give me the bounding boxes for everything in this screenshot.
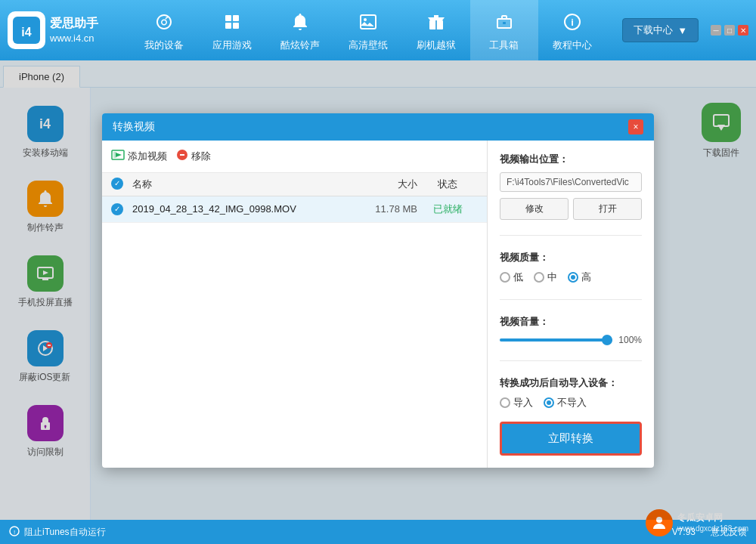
svg-text:i: i — [571, 17, 574, 28]
volume-section: 视频音量： 100% — [500, 315, 642, 345]
volume-slider-thumb[interactable] — [602, 335, 612, 345]
table-header: ✓ 名称 大小 状态 — [102, 173, 487, 196]
row-filesize: 11.78 MB — [349, 203, 417, 215]
modify-path-button[interactable]: 修改 — [500, 198, 569, 220]
open-path-button[interactable]: 打开 — [573, 198, 642, 220]
header-check: ✓ — [111, 178, 123, 190]
auto-import-label: 转换成功后自动导入设备： — [500, 376, 642, 390]
add-video-button[interactable]: 添加视频 — [111, 148, 167, 165]
modal-left-panel: 添加视频 移除 — [102, 141, 488, 468]
maximize-button[interactable]: □ — [724, 25, 735, 36]
convert-video-modal: 转换视频 × 添加 — [102, 113, 654, 468]
modal-right-panel: 视频输出位置： F:\i4Tools7\Files\ConvertedVic 修… — [488, 141, 654, 468]
bottom-left: ! 阻止iTunes自动运行 — [9, 526, 106, 539]
bell-icon — [287, 8, 314, 36]
radio-high-circle — [568, 272, 578, 283]
svg-marker-25 — [116, 153, 122, 157]
modal-close-button[interactable]: × — [628, 119, 643, 134]
nav-item-toolbox[interactable]: 工具箱 — [470, 0, 538, 60]
add-icon — [111, 148, 125, 165]
remove-button[interactable]: 移除 — [176, 149, 211, 164]
logo-text: 爱思助手 www.i4.cn — [50, 15, 98, 46]
check-circle-icon: ✓ — [111, 203, 123, 215]
svg-rect-26 — [113, 152, 116, 158]
nav-items: 我的设备 应用游戏 酷炫铃声 高清壁纸 刷机越狱 — [113, 0, 622, 60]
name-col-header: 名称 — [132, 178, 349, 191]
svg-point-7 — [364, 18, 367, 21]
radio-import-circle — [500, 397, 510, 408]
remove-icon — [176, 149, 188, 164]
info-icon: i — [559, 8, 586, 36]
modal-toolbar: 添加视频 移除 — [102, 141, 487, 173]
svg-text:!: ! — [14, 529, 15, 536]
logo-icon: i4 — [8, 11, 45, 49]
svg-rect-6 — [361, 15, 376, 29]
file-table: ✓ 名称 大小 状态 ✓ 2019_04_28_13_42_IMG_0998.M… — [102, 173, 487, 468]
nav-item-tutorials[interactable]: i 教程中心 — [538, 0, 606, 60]
auto-import-section: 转换成功后自动导入设备： 导入 不导入 — [500, 376, 642, 410]
import-radio-group: 导入 不导入 — [500, 396, 642, 410]
row-status: 已就绪 — [417, 202, 478, 216]
bottom-bar: ! 阻止iTunes自动运行 V7.93 意见反馈 冬瓜安卓网 www.dgxc… — [0, 520, 756, 544]
itunes-icon: ! — [9, 526, 20, 539]
check-col-header: ✓ — [111, 178, 132, 191]
modal-overlay: 转换视频 × 添加 — [0, 60, 756, 520]
row-filename: 2019_04_28_13_42_IMG_0998.MOV — [132, 203, 349, 215]
status-col-header: 状态 — [417, 178, 478, 191]
modal-body: 添加视频 移除 — [102, 141, 654, 468]
apple-icon — [150, 8, 178, 36]
volume-slider-row: 100% — [500, 335, 642, 345]
volume-label: 视频音量： — [500, 315, 642, 329]
svg-text:i4: i4 — [21, 26, 31, 39]
download-arrow-icon: ▼ — [677, 25, 687, 36]
close-button[interactable]: ✕ — [738, 25, 748, 36]
volume-slider-track[interactable] — [500, 338, 612, 342]
svg-rect-5 — [233, 23, 239, 29]
package-icon — [423, 8, 450, 36]
logo-area: i4 爱思助手 www.i4.cn — [8, 11, 113, 49]
quality-high[interactable]: 高 — [568, 270, 591, 284]
quality-section: 视频质量： 低 中 高 — [500, 251, 642, 284]
volume-value: 100% — [618, 335, 642, 345]
top-bar: i4 爱思助手 www.i4.cn 我的设备 应用游戏 酷炫铃声 — [0, 0, 756, 60]
radio-no-import-circle — [544, 397, 554, 408]
download-center-button[interactable]: 下载中心 ▼ — [622, 18, 699, 42]
path-buttons: 修改 打开 — [500, 198, 642, 220]
row-check: ✓ — [111, 203, 132, 215]
quality-low[interactable]: 低 — [500, 270, 523, 284]
radio-low-circle — [500, 272, 510, 283]
wallpaper-icon — [355, 8, 382, 36]
svg-rect-3 — [233, 15, 239, 21]
import-yes[interactable]: 导入 — [500, 396, 533, 410]
output-path-label: 视频输出位置： — [500, 153, 642, 166]
size-col-header: 大小 — [349, 178, 417, 191]
import-no[interactable]: 不导入 — [544, 396, 587, 410]
watermark: 冬瓜安卓网 www.dgxcdz168.com — [646, 517, 748, 544]
svg-rect-10 — [503, 22, 506, 24]
divider-3 — [500, 360, 642, 361]
quality-mid[interactable]: 中 — [534, 270, 557, 284]
output-path-section: 视频输出位置： F:\i4Tools7\Files\ConvertedVic 修… — [500, 153, 642, 220]
apps-icon — [218, 8, 246, 36]
toolbox-icon — [491, 8, 518, 36]
convert-now-button[interactable]: 立即转换 — [500, 422, 642, 456]
nav-item-jailbreak[interactable]: 刷机越狱 — [402, 0, 470, 60]
quality-label: 视频质量： — [500, 251, 642, 264]
nav-item-my-device[interactable]: 我的设备 — [130, 0, 198, 60]
volume-slider-fill — [500, 338, 612, 342]
itunes-label: 阻止iTunes自动运行 — [24, 526, 106, 539]
minimize-button[interactable]: ─ — [711, 25, 721, 36]
top-right: 下载中心 ▼ ─ □ ✕ — [622, 18, 748, 42]
quality-radio-group: 低 中 高 — [500, 270, 642, 284]
divider-1 — [500, 235, 642, 236]
output-path-value: F:\i4Tools7\Files\ConvertedVic — [500, 172, 642, 192]
svg-rect-4 — [225, 23, 231, 29]
radio-mid-circle — [534, 272, 544, 283]
table-row[interactable]: ✓ 2019_04_28_13_42_IMG_0998.MOV 11.78 MB… — [102, 196, 487, 223]
modal-title: 转换视频 — [113, 120, 155, 134]
nav-item-ringtones[interactable]: 酷炫铃声 — [266, 0, 334, 60]
nav-item-wallpaper[interactable]: 高清壁纸 — [334, 0, 402, 60]
window-controls: ─ □ ✕ — [711, 25, 748, 36]
nav-item-apps-games[interactable]: 应用游戏 — [198, 0, 266, 60]
modal-header: 转换视频 × — [102, 113, 654, 141]
